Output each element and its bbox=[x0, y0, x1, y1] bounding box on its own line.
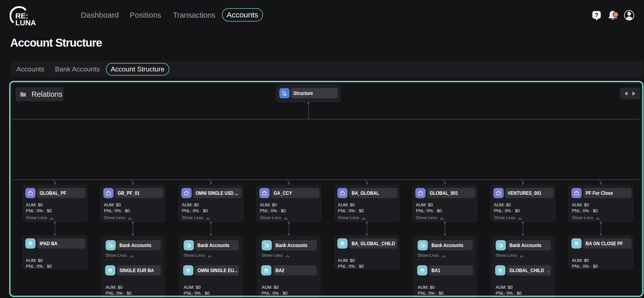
svg-text:?: ? bbox=[595, 12, 598, 18]
svg-text:LUNA: LUNA bbox=[15, 19, 36, 27]
